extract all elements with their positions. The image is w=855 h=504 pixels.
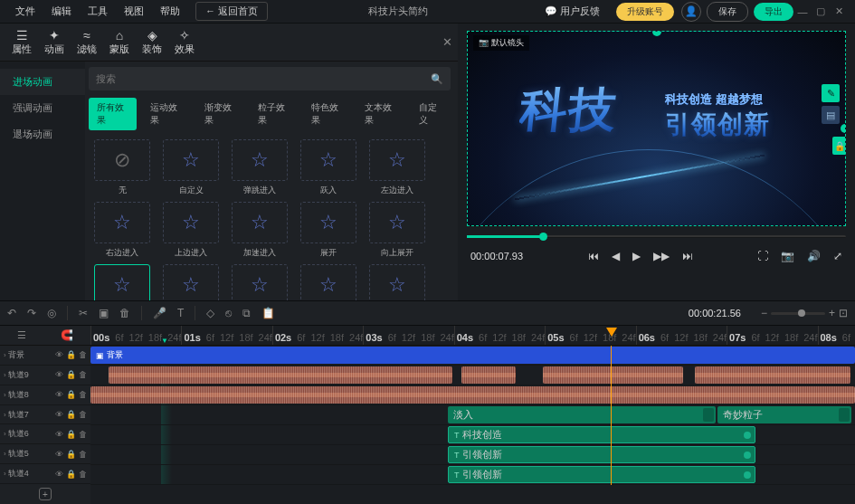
anim-category-2[interactable]: 退场动画 <box>0 121 85 147</box>
effect-item[interactable]: ☆加速进入 <box>232 202 288 259</box>
effect-filter-2[interactable]: 渐变效果 <box>196 98 244 130</box>
keyframe-icon[interactable] <box>744 471 751 479</box>
search-icon[interactable]: 🔍 <box>431 73 443 85</box>
trash-icon[interactable]: 🗑 <box>79 370 87 379</box>
resize-handle-top[interactable] <box>652 31 661 36</box>
menu-tool[interactable]: 工具 <box>80 5 116 18</box>
effect-item[interactable]: ☆右边进入 <box>94 202 150 259</box>
layer-button[interactable]: ▤ <box>822 106 840 124</box>
effect-item[interactable]: ☆跃入 <box>300 139 356 196</box>
clip-audio[interactable] <box>695 366 850 384</box>
chevron-icon[interactable]: › <box>4 430 6 438</box>
chevron-icon[interactable]: › <box>4 470 6 478</box>
effect-filter-1[interactable]: 运动效果 <box>142 98 190 130</box>
scrub-knob[interactable] <box>539 233 547 241</box>
effect-item[interactable]: ☆左边落入 <box>300 264 356 300</box>
preview-scrubber[interactable] <box>467 230 846 242</box>
lock-icon[interactable]: 🔒 <box>66 390 76 399</box>
keyframe-icon[interactable] <box>744 432 751 439</box>
effect-filter-6[interactable]: 自定义 <box>411 98 451 130</box>
lock-icon[interactable]: 🔒 <box>66 430 76 439</box>
save-button[interactable]: 保存 <box>707 2 748 22</box>
zoom-out-icon[interactable]: − <box>761 307 767 319</box>
undo-icon[interactable]: ↶ <box>7 307 16 319</box>
text-tool-icon[interactable]: T <box>177 307 184 319</box>
effect-item[interactable]: ☆上边进入 <box>163 202 219 259</box>
menu-file[interactable]: 文件 <box>7 5 43 18</box>
effect-item[interactable]: ☆自定义 <box>163 139 219 196</box>
track-header[interactable]: ›轨道8👁🔒🗑 <box>0 385 90 405</box>
menu-edit[interactable]: 编辑 <box>43 5 80 18</box>
crop-icon[interactable]: ▣ <box>99 307 109 319</box>
effect-item[interactable]: ☆左边进入 <box>369 139 425 196</box>
clip-effect[interactable]: 奇妙粒子 <box>717 406 851 423</box>
panel-tab-0[interactable]: ☰属性 <box>5 24 38 60</box>
effect-item[interactable]: ⊘无 <box>94 139 150 196</box>
panel-tab-2[interactable]: ≈滤镜 <box>71 24 103 60</box>
trash-icon[interactable]: 🗑 <box>79 350 87 359</box>
next-frame-icon[interactable]: ▶▶ <box>653 250 670 262</box>
back-home-button[interactable]: ← 返回首页 <box>195 2 268 21</box>
lock-icon[interactable]: 🔒 <box>66 370 76 379</box>
search-input-wrap[interactable]: 🔍 <box>89 67 451 90</box>
lock-icon[interactable]: 🔒 <box>66 470 76 479</box>
upgrade-button[interactable]: 升级账号 <box>616 3 674 21</box>
eye-icon[interactable]: 👁 <box>55 450 63 459</box>
effect-filter-3[interactable]: 粒子效果 <box>250 98 298 130</box>
skip-start-icon[interactable]: ⏮ <box>588 250 599 262</box>
timeline-ruler[interactable]: 00s6f12f18f24f01s6f12f18f24f02s6f12f18f2… <box>90 326 855 346</box>
clip-audio[interactable] <box>90 386 855 404</box>
edit-text-button[interactable]: ✎ <box>822 84 840 102</box>
play-icon[interactable]: ▶ <box>632 250 641 262</box>
effect-filter-0[interactable]: 所有效果 <box>89 98 137 130</box>
clip-text[interactable]: 科技创造 <box>448 426 755 443</box>
minimize-icon[interactable]: — <box>793 6 812 17</box>
track-magnet-icon[interactable]: 🧲 <box>61 329 73 341</box>
panel-tab-3[interactable]: ⌂蒙版 <box>103 24 136 60</box>
track-header[interactable]: ›轨道7👁🔒🗑 <box>0 405 90 425</box>
add-track-button[interactable]: + <box>39 488 52 500</box>
fullscreen-icon[interactable]: ⤢ <box>833 250 842 262</box>
eye-icon[interactable]: 👁 <box>55 370 63 379</box>
effect-item[interactable]: ☆弹跳进入 <box>232 139 288 196</box>
redo-icon[interactable]: ↷ <box>27 307 36 319</box>
eye-icon[interactable]: 👁 <box>55 390 63 399</box>
prev-frame-icon[interactable]: ◀ <box>612 250 620 262</box>
clip-audio[interactable] <box>543 366 683 384</box>
eye-icon[interactable]: 👁 <box>55 470 63 479</box>
paste-icon[interactable]: 📋 <box>261 307 275 319</box>
export-clip-icon[interactable]: ⎋ <box>225 307 232 319</box>
clip-text[interactable]: 引领创新 <box>448 466 755 483</box>
panel-tab-5[interactable]: ✧效果 <box>168 24 201 60</box>
track-list-icon[interactable]: ☰ <box>17 329 26 341</box>
clip-audio[interactable] <box>109 366 452 384</box>
eye-icon[interactable]: 👁 <box>55 350 63 359</box>
track-header[interactable]: ›轨道6👁🔒🗑 <box>0 424 90 444</box>
snapshot-icon[interactable]: 📷 <box>781 250 794 262</box>
mark-icon[interactable]: ◇ <box>206 307 214 319</box>
zoom-slider[interactable] <box>771 312 825 315</box>
effect-item[interactable]: ☆底部落入 <box>232 264 288 300</box>
aspect-icon[interactable]: ⛶ <box>757 250 768 262</box>
keyframe-icon[interactable] <box>744 452 751 459</box>
copy-icon[interactable]: ⧉ <box>242 307 251 319</box>
track-header[interactable]: ›轨道4👁🔒🗑 <box>0 464 90 484</box>
resize-handle-right[interactable] <box>841 124 846 133</box>
trash-icon[interactable]: 🗑 <box>79 390 87 399</box>
lock-icon[interactable]: 🔒 <box>832 137 846 155</box>
export-button[interactable]: 导出 <box>754 3 793 21</box>
effect-item[interactable]: ☆顶部落入 <box>163 264 219 300</box>
menu-help[interactable]: 帮助 <box>152 5 188 18</box>
volume-icon[interactable]: 🔊 <box>807 250 821 262</box>
lock-icon[interactable]: 🔒 <box>66 450 76 459</box>
panel-close-icon[interactable]: ✕ <box>442 35 452 49</box>
zoom-fit-icon[interactable]: ⊡ <box>839 307 848 319</box>
delete-icon[interactable]: 🗑 <box>119 307 130 319</box>
record-icon[interactable]: 🎤 <box>153 307 166 319</box>
effect-filter-5[interactable]: 文本效果 <box>356 98 404 130</box>
anim-category-0[interactable]: 进场动画 <box>0 69 85 95</box>
clip-background[interactable]: 背景 <box>90 347 855 364</box>
eye-icon[interactable]: 👁 <box>55 410 63 419</box>
lock-icon[interactable]: 🔒 <box>66 350 76 359</box>
maximize-icon[interactable]: ▢ <box>812 5 830 17</box>
